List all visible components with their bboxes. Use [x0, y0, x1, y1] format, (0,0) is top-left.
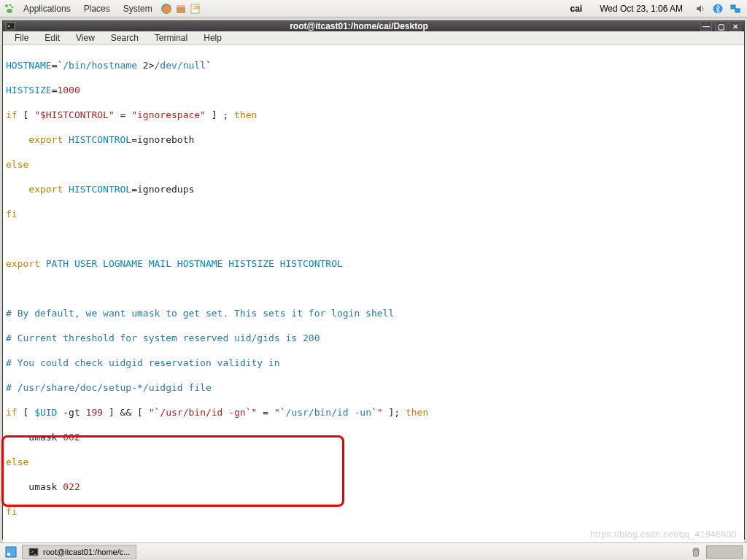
close-button[interactable]: ✕: [729, 21, 741, 31]
svg-text:>_: >_: [31, 549, 36, 555]
svg-rect-11: [731, 5, 735, 9]
bluetooth-icon[interactable]: [712, 3, 724, 15]
bottom-panel: >_ root@itcast01:/home/c...: [0, 542, 747, 560]
volume-icon[interactable]: [694, 3, 706, 15]
notepad-icon[interactable]: [189, 2, 202, 15]
menu-help[interactable]: Help: [196, 31, 229, 44]
minimize-button[interactable]: —: [700, 21, 712, 31]
svg-rect-6: [177, 5, 185, 7]
terminal-window: >_ root@itcast01:/home/cai/Desktop — ▢ ✕…: [2, 20, 745, 540]
menu-edit[interactable]: Edit: [37, 31, 67, 44]
applications-menu[interactable]: Applications: [18, 2, 77, 15]
network-icon[interactable]: [729, 3, 741, 15]
editor-area[interactable]: HOSTNAME=`/bin/hostname 2>/dev/null` HIS…: [3, 45, 744, 560]
svg-text:>_: >_: [7, 23, 13, 28]
menu-file[interactable]: File: [7, 31, 36, 44]
taskbar-terminal[interactable]: >_ root@itcast01:/home/c...: [22, 545, 136, 559]
menu-terminal[interactable]: Terminal: [147, 31, 195, 44]
titlebar[interactable]: >_ root@itcast01:/home/cai/Desktop — ▢ ✕: [3, 21, 744, 31]
show-desktop-icon[interactable]: [4, 545, 18, 559]
workspace-switcher[interactable]: [706, 545, 743, 559]
terminal-icon: >_: [3, 21, 18, 31]
menu-view[interactable]: View: [69, 31, 102, 44]
clock[interactable]: Wed Oct 23, 1:06 AM: [594, 4, 689, 14]
highlight-annotation: [1, 435, 344, 507]
menu-search[interactable]: Search: [104, 31, 146, 44]
top-panel: Applications Places System cai Wed Oct 2…: [0, 0, 747, 18]
watermark: https://blog.csdn.net/qq_41946800: [590, 529, 737, 540]
svg-rect-19: [694, 548, 698, 550]
svg-point-0: [5, 4, 8, 7]
maximize-button[interactable]: ▢: [715, 21, 727, 31]
places-menu[interactable]: Places: [78, 2, 116, 15]
system-menu[interactable]: System: [117, 2, 158, 15]
svg-rect-16: [7, 553, 10, 556]
window-title: root@itcast01:/home/cai/Desktop: [18, 21, 700, 31]
firefox-icon[interactable]: [160, 2, 173, 15]
svg-rect-12: [735, 9, 740, 12]
svg-point-1: [9, 4, 12, 6]
user-label[interactable]: cai: [564, 4, 588, 14]
package-icon[interactable]: [174, 2, 187, 15]
gnome-foot-icon: [3, 2, 16, 15]
svg-point-2: [12, 6, 14, 8]
task-label: root@itcast01:/home/c...: [43, 548, 130, 556]
svg-point-3: [7, 9, 12, 13]
svg-rect-5: [177, 7, 185, 13]
menubar: File Edit View Search Terminal Help: [3, 31, 744, 45]
trash-icon[interactable]: [690, 546, 702, 558]
